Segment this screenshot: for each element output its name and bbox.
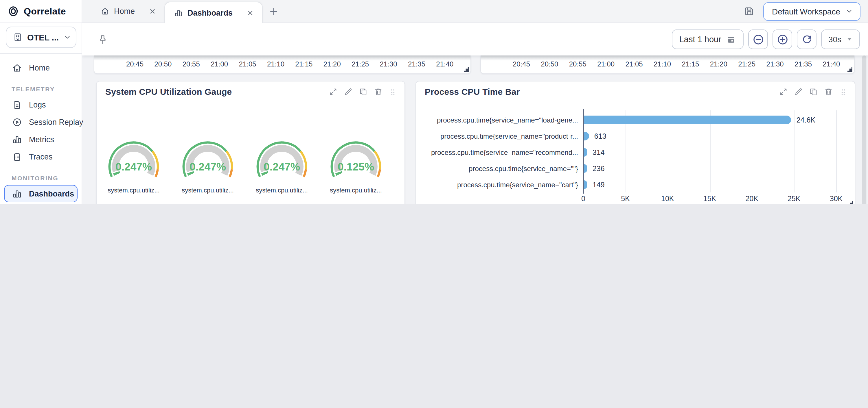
plus-circle-icon (777, 33, 789, 45)
time-tick-label: 21:30 (767, 60, 784, 68)
panel-actions (779, 87, 847, 96)
bar-value-label: 236 (593, 164, 605, 173)
file-icon (12, 100, 22, 109)
expand-icon[interactable] (329, 87, 338, 96)
duplicate-icon[interactable] (809, 87, 818, 96)
time-tick-label: 20:45 (126, 60, 144, 68)
edit-icon[interactable] (794, 87, 803, 96)
time-tick-label: 20:45 (513, 60, 530, 68)
org-selector[interactable]: OTEL ... (6, 27, 76, 48)
gauge-metric-label: system.cpu.utiliz... (107, 186, 160, 194)
bar (584, 180, 587, 189)
app-window: Qorrelate Home Dashboards Default Worksp… (0, 0, 868, 204)
time-tick-label: 21:00 (211, 60, 228, 68)
time-axis: 20:4520:5020:5521:0021:0521:1021:1521:20… (94, 58, 470, 70)
svg-text:0.247%: 0.247% (264, 161, 300, 173)
time-range-button[interactable]: Last 1 hour (672, 30, 744, 49)
bar-chart-icon (12, 134, 22, 144)
resize-handle-icon[interactable] (463, 66, 469, 72)
system-cpu-gauge: 0.247%system.cpu.utiliz... (171, 139, 245, 194)
panel-header: Process CPU Time Bar (416, 81, 855, 102)
refresh-button[interactable] (797, 30, 817, 49)
bar (584, 115, 791, 124)
gridline (836, 110, 837, 193)
panel-process-cpu-bar: Process CPU Time Bar 05K10K15K20K25K30Kp… (415, 81, 855, 204)
pin-icon[interactable] (97, 34, 108, 45)
workspace-selector[interactable]: Default Workspace (763, 2, 861, 21)
close-tab-icon[interactable] (149, 7, 156, 15)
minus-circle-icon (752, 33, 765, 45)
delete-icon[interactable] (824, 87, 833, 96)
sidebar-section-label: TELEMETRY (4, 76, 78, 96)
partial-chart-panel-left: 20:4520:5020:5521:0021:0521:1021:1521:20… (94, 56, 471, 74)
time-tick-label: 20:55 (569, 60, 587, 68)
tab-home[interactable]: Home (91, 0, 164, 23)
panel-actions (329, 87, 397, 96)
refresh-icon (802, 34, 812, 45)
time-range-label: Last 1 hour (679, 35, 721, 44)
bar-value-label: 149 (593, 180, 605, 189)
x-tick-label: 25K (781, 195, 807, 203)
zoom-out-button[interactable] (748, 30, 768, 49)
sidebar-item-metrics[interactable]: Metrics (4, 131, 78, 148)
drag-icon[interactable] (389, 87, 397, 96)
time-tick-label: 21:25 (738, 60, 755, 68)
workspace-label: Default Workspace (772, 7, 840, 16)
time-tick-label: 21:10 (654, 60, 671, 68)
bar-category-label: process.cpu.time{service_name="product-r… (416, 132, 578, 141)
bar-category-label: process.cpu.time{service_name="recommend… (416, 148, 578, 157)
sidebar-item-alerts[interactable]: Alerts (4, 202, 78, 204)
bar (584, 132, 589, 140)
x-tick-label: 15K (697, 195, 722, 203)
zoom-in-button[interactable] (773, 30, 793, 49)
main-area: Last 1 hour 30s 20:4 (82, 23, 868, 204)
refresh-interval-dropdown[interactable]: 30s (822, 30, 860, 49)
gauge-metric-label: system.cpu.utiliz... (256, 186, 308, 194)
new-tab-button[interactable] (269, 6, 279, 17)
gauge-row: 0.247%system.cpu.utiliz...0.247%system.c… (97, 102, 393, 204)
bar-chart-icon (174, 8, 183, 17)
x-tick-label: 5K (613, 195, 638, 203)
calendar-icon (726, 34, 736, 44)
tab-strip: Home Dashboards (82, 0, 744, 23)
sidebar-item-dashboards[interactable]: Dashboards (4, 185, 78, 202)
tab-dashboards[interactable]: Dashboards (164, 2, 263, 23)
duplicate-icon[interactable] (359, 87, 368, 96)
vertical-scrollbar[interactable] (862, 56, 867, 204)
panel-header: System CPU Utilization Gauge (97, 81, 404, 102)
time-tick-label: 21:20 (710, 60, 727, 68)
chevron-down-icon (845, 7, 853, 15)
time-tick-label: 21:20 (323, 60, 341, 68)
save-icon[interactable] (744, 6, 754, 17)
dashboard-content: 20:4520:5020:5521:0021:0521:1021:1521:20… (82, 56, 868, 204)
time-axis: 20:4520:5020:5521:0021:0521:1021:1521:20… (481, 58, 854, 70)
sidebar-item-traces[interactable]: Traces (4, 148, 78, 165)
expand-icon[interactable] (779, 87, 788, 96)
horizontal-bar-chart: 05K10K15K20K25K30Kprocess.cpu.time{servi… (416, 102, 855, 204)
time-tick-label: 21:25 (351, 60, 369, 68)
sidebar-item-home[interactable]: Home (4, 59, 78, 76)
bar-category-label: process.cpu.time{service_name="cart"} (416, 180, 578, 189)
delete-icon[interactable] (374, 87, 383, 96)
time-tick-label: 21:15 (295, 60, 312, 68)
resize-handle-icon[interactable] (847, 200, 853, 204)
sidebar-item-session-replay[interactable]: Session Replay (4, 113, 78, 131)
time-tick-label: 21:35 (795, 60, 812, 68)
logo-text: Qorrelate (24, 6, 66, 16)
bar-category-label: process.cpu.time{service_name="load-gene… (416, 115, 578, 125)
top-bar-right: Default Workspace (744, 0, 868, 23)
scrollbar-thumb[interactable] (862, 56, 866, 204)
time-tick-label: 21:40 (823, 60, 840, 68)
svg-text:0.247%: 0.247% (116, 161, 152, 173)
sidebar-item-logs[interactable]: Logs (4, 96, 78, 113)
bar (584, 148, 587, 157)
edit-icon[interactable] (344, 87, 353, 96)
building-icon (13, 32, 23, 42)
close-tab-icon[interactable] (247, 9, 254, 16)
resize-handle-icon[interactable] (846, 66, 852, 72)
x-tick-label: 20K (739, 195, 765, 203)
sidebar-item-label: Session Replay (29, 117, 83, 126)
sidebar-item-label: Traces (29, 152, 72, 161)
logo: Qorrelate (0, 0, 82, 23)
drag-icon[interactable] (839, 87, 847, 96)
